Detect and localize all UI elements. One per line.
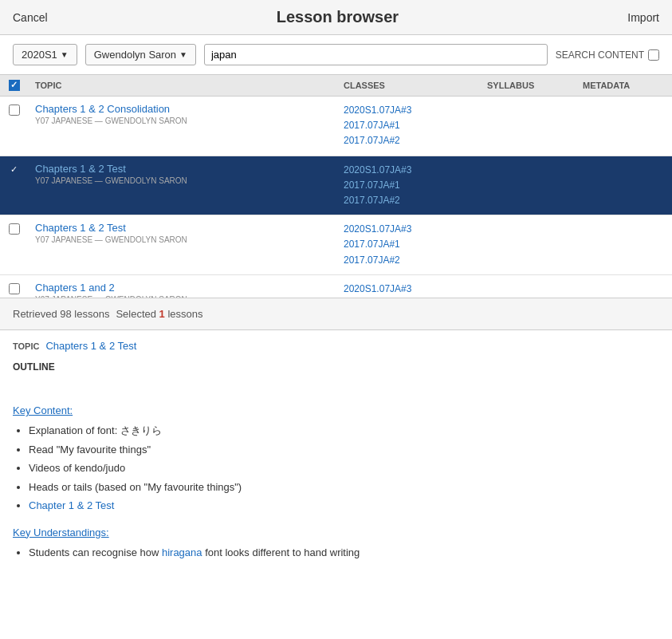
col-classes: CLASSES (337, 80, 481, 91)
class-link[interactable]: 2017.07JA#1 (344, 178, 474, 193)
row-classes-2: 2020S1.07JA#3 2017.07JA#1 2017.07JA#2 (337, 163, 481, 209)
table-header: TOPIC CLASSES SYLLABUS METADATA (0, 75, 672, 97)
topic-name-4[interactable]: Chapters 1 and 2 (35, 282, 331, 294)
header-checkbox-cell (0, 80, 29, 91)
import-button[interactable]: Import (627, 11, 659, 24)
term-dropdown-arrow: ▼ (61, 50, 69, 59)
list-item: Read "My favourite things" (29, 442, 659, 458)
row-classes-4: 2020S1.07JA#3 2017.07JA#1 2017.07JA#2 (337, 282, 481, 298)
row-checked-2[interactable] (9, 164, 20, 176)
search-content-label: SEARCH CONTENT (556, 49, 659, 61)
row-checkbox-4[interactable] (0, 282, 29, 294)
class-link[interactable]: 2020S1.07JA#3 (344, 103, 474, 118)
table-row[interactable]: Chapters 1 & 2 Test Y07 JAPANESE — GWEND… (0, 215, 672, 275)
class-link[interactable]: 2017.07JA#2 (344, 193, 474, 208)
select-all-checkbox[interactable] (9, 80, 20, 91)
status-bar: Retrieved 98 lessons Selected 1 lessons (0, 298, 672, 330)
selected-count: 1 (159, 308, 165, 320)
class-link[interactable]: 2017.07JA#1 (344, 297, 474, 298)
page-title: Lesson browser (277, 8, 399, 26)
row-checkbox-3[interactable] (0, 222, 29, 235)
header: Cancel Lesson browser Import (0, 0, 672, 35)
toolbar: 2020S1 ▼ Gwendolyn Saron ▼ SEARCH CONTEN… (0, 35, 672, 75)
col-metadata: METADATA (576, 80, 672, 91)
search-content-text: SEARCH CONTENT (556, 49, 644, 61)
class-link[interactable]: 2017.07JA#2 (344, 133, 474, 148)
topic-name-3[interactable]: Chapters 1 & 2 Test (35, 222, 331, 234)
term-label: 2020S1 (22, 49, 57, 61)
class-link[interactable]: 2020S1.07JA#3 (344, 282, 474, 297)
retrieved-label: Retrieved (13, 308, 60, 320)
key-content-heading: Key Content: (13, 404, 659, 416)
row-classes-3: 2020S1.07JA#3 2017.07JA#1 2017.07JA#2 (337, 222, 481, 268)
list-item: Explanation of font: さきりら (29, 423, 659, 439)
topic-sub-2: Y07 JAPANESE — GWENDOLYN SARON (35, 176, 331, 185)
class-link[interactable]: 2020S1.07JA#3 (344, 222, 474, 237)
key-content-list: Explanation of font: さきりら Read "My favou… (29, 423, 659, 514)
retrieved-status: Retrieved 98 lessons (13, 308, 109, 320)
retrieved-count: 98 (60, 308, 74, 320)
detail-topic-row: TOPIC Chapters 1 & 2 Test (13, 340, 659, 352)
class-link[interactable]: 2017.07JA#1 (344, 118, 474, 133)
list-item: Videos of kendo/judo (29, 460, 659, 476)
cancel-button[interactable]: Cancel (13, 11, 48, 24)
detail-topic-value: Chapters 1 & 2 Test (45, 340, 136, 352)
highlight-text: hiragana (162, 546, 202, 558)
selected-status: Selected 1 lessons (116, 308, 202, 320)
class-link[interactable]: 2017.07JA#1 (344, 237, 474, 252)
row-topic-2: Chapters 1 & 2 Test Y07 JAPANESE — GWEND… (29, 163, 337, 185)
topic-sub-4: Y07 JAPANESE — GWENDOLYN SARON (35, 295, 331, 298)
lesson-table: TOPIC CLASSES SYLLABUS METADATA Chapters… (0, 75, 672, 298)
search-input[interactable] (204, 44, 548, 65)
row-checkbox-2[interactable] (0, 163, 29, 176)
class-link[interactable]: 2020S1.07JA#3 (344, 163, 474, 178)
col-topic: TOPIC (29, 80, 337, 91)
detail-topic-label: TOPIC (13, 341, 39, 351)
table-row[interactable]: Chapters 1 & 2 Test Y07 JAPANESE — GWEND… (0, 156, 672, 216)
teacher-label: Gwendolyn Saron (94, 49, 176, 61)
search-content-checkbox[interactable] (648, 49, 659, 61)
key-understandings-list: Students can recognise how hiragana font… (29, 545, 659, 561)
list-item: Heads or tails (based on "My favourite t… (29, 479, 659, 495)
topic-name-1[interactable]: Chapters 1 & 2 Consolidation (35, 103, 331, 115)
selected-unit: lessons (167, 308, 202, 320)
col-syllabus: SYLLABUS (481, 80, 576, 91)
row-checkbox-1[interactable] (0, 103, 29, 116)
selected-label: Selected (116, 308, 159, 320)
list-item: Chapter 1 & 2 Test (29, 498, 659, 514)
row-topic-3: Chapters 1 & 2 Test Y07 JAPANESE — GWEND… (29, 222, 337, 244)
list-item: Students can recognise how hiragana font… (29, 545, 659, 561)
topic-sub-3: Y07 JAPANESE — GWENDOLYN SARON (35, 235, 331, 244)
table-row[interactable]: Chapters 1 and 2 Y07 JAPANESE — GWENDOLY… (0, 275, 672, 298)
topic-sub-1: Y07 JAPANESE — GWENDOLYN SARON (35, 116, 331, 125)
row-classes-1: 2020S1.07JA#3 2017.07JA#1 2017.07JA#2 (337, 103, 481, 149)
key-content-section: Key Content: Explanation of font: さきりら R… (13, 404, 659, 514)
key-understandings-section: Key Understandings: Students can recogni… (13, 527, 659, 561)
outline-label: OUTLINE (13, 361, 659, 373)
retrieved-unit: lessons (74, 308, 109, 320)
teacher-dropdown-arrow: ▼ (179, 50, 187, 59)
key-understandings-heading: Key Understandings: (13, 527, 659, 538)
highlight-text: Chapter 1 & 2 Test (29, 499, 114, 511)
table-row[interactable]: Chapters 1 & 2 Consolidation Y07 JAPANES… (0, 97, 672, 156)
row-topic-1: Chapters 1 & 2 Consolidation Y07 JAPANES… (29, 103, 337, 125)
class-link[interactable]: 2017.07JA#2 (344, 253, 474, 268)
row-topic-4: Chapters 1 and 2 Y07 JAPANESE — GWENDOLY… (29, 282, 337, 298)
term-dropdown[interactable]: 2020S1 ▼ (13, 44, 77, 65)
topic-name-2[interactable]: Chapters 1 & 2 Test (35, 163, 331, 175)
detail-panel: TOPIC Chapters 1 & 2 Test OUTLINE Key Co… (0, 330, 672, 639)
teacher-dropdown[interactable]: Gwendolyn Saron ▼ (85, 44, 196, 65)
